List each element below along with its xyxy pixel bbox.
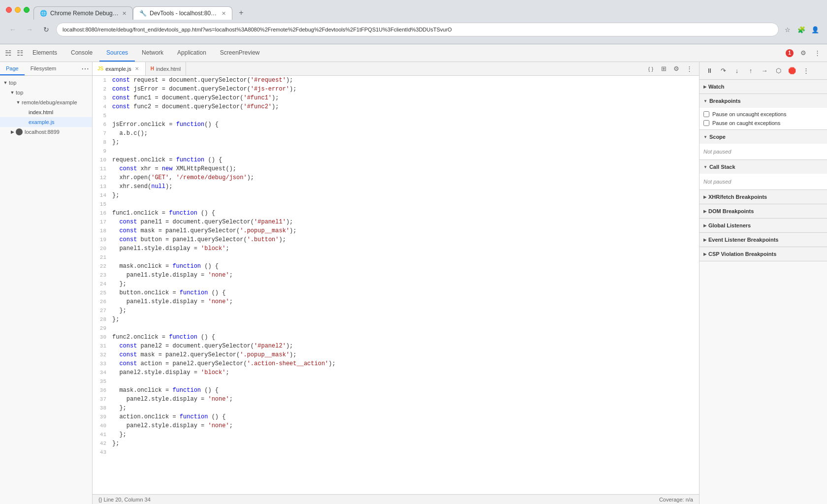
- code-line[interactable]: 2const jsError = document.querySelector(…: [93, 85, 699, 94]
- devtools-split-icon[interactable]: ☷: [14, 47, 26, 59]
- code-line[interactable]: 20 panel1.style.display = 'block';: [93, 244, 699, 253]
- browser-tab-2[interactable]: 🔧 DevTools - localhost:8080/rem ✕: [133, 6, 232, 20]
- code-line[interactable]: 32 const mask = panel2.querySelector('.p…: [93, 350, 699, 359]
- error-badge[interactable]: 1: [786, 49, 794, 57]
- tab1-close[interactable]: ✕: [122, 10, 127, 17]
- tab-elements[interactable]: Elements: [26, 44, 64, 62]
- dom-breakpoints-header[interactable]: ▶ DOM Breakpoints: [700, 204, 827, 218]
- code-line[interactable]: 30func2.onclick = function () {: [93, 333, 699, 342]
- step-out-btn[interactable]: ↑: [745, 65, 757, 77]
- code-line[interactable]: 33 const action = panel2.querySelector('…: [93, 359, 699, 368]
- settings-button[interactable]: ⚙: [797, 47, 809, 59]
- code-line[interactable]: 13 xhr.send(null);: [93, 182, 699, 191]
- step-into-btn[interactable]: ↓: [731, 65, 743, 77]
- code-line[interactable]: 11 const xhr = new XMLHttpRequest();: [93, 164, 699, 173]
- code-line[interactable]: 24 };: [93, 280, 699, 288]
- code-line[interactable]: 38 };: [93, 404, 699, 412]
- editor-tab-close-js[interactable]: ✕: [133, 65, 140, 72]
- tab-console[interactable]: Console: [64, 44, 99, 62]
- code-line[interactable]: 35: [93, 377, 699, 386]
- bookmark-button[interactable]: ☆: [782, 24, 794, 35]
- code-line[interactable]: 26 panel1.style.display = 'none';: [93, 297, 699, 306]
- csp-violation-header[interactable]: ▶ CSP Violation Breakpoints: [700, 247, 827, 261]
- watch-header[interactable]: ▶ Watch: [700, 80, 827, 94]
- tab-screenpanel[interactable]: ScreenPreview: [213, 44, 267, 62]
- code-line[interactable]: 40 panel2.style.display = 'none';: [93, 421, 699, 430]
- code-line[interactable]: 1const request = document.querySelector(…: [93, 76, 699, 85]
- breakpoints-header[interactable]: ▼ Breakpoints: [700, 94, 827, 108]
- editor-settings-icon[interactable]: ⚙: [670, 63, 682, 75]
- close-button[interactable]: [6, 7, 12, 13]
- scope-header[interactable]: ▼ Scope: [700, 130, 827, 144]
- code-line[interactable]: 15: [93, 200, 699, 209]
- code-line[interactable]: 7 a.b.c();: [93, 129, 699, 138]
- global-listeners-header[interactable]: ▶ Global Listeners: [700, 219, 827, 232]
- code-line[interactable]: 29: [93, 324, 699, 333]
- tree-item-localhost[interactable]: ▶ localhost:8899: [0, 127, 92, 137]
- profile-button[interactable]: 👤: [809, 24, 821, 35]
- code-line[interactable]: 37 panel2.style.display = 'none';: [93, 395, 699, 404]
- split-editor-icon[interactable]: ⊞: [658, 63, 669, 75]
- tree-item-example[interactable]: ▼ remote/debug/example: [0, 97, 92, 107]
- code-line[interactable]: 28};: [93, 315, 699, 324]
- code-editor-content[interactable]: 1const request = document.querySelector(…: [93, 76, 699, 494]
- code-line[interactable]: 27 };: [93, 306, 699, 315]
- reload-button[interactable]: ↻: [39, 23, 53, 36]
- tab-network[interactable]: Network: [135, 44, 170, 62]
- code-line[interactable]: 10request.onclick = function () {: [93, 156, 699, 164]
- pause-caught-checkbox[interactable]: [703, 120, 709, 126]
- editor-tab-example-js[interactable]: JS example.js ✕: [93, 62, 146, 75]
- more-editor-btn[interactable]: ⋮: [683, 63, 695, 75]
- extension-button[interactable]: 🧩: [795, 24, 807, 35]
- deactivate-breakpoints-btn[interactable]: ⬡: [772, 65, 784, 77]
- maximize-button[interactable]: [24, 7, 30, 13]
- code-line[interactable]: 9: [93, 147, 699, 156]
- code-line[interactable]: 4const func2 = document.querySelector('#…: [93, 102, 699, 111]
- code-line[interactable]: 25 button.onclick = function () {: [93, 288, 699, 297]
- tree-item-index-html[interactable]: index.html: [0, 107, 92, 117]
- browser-tab-1[interactable]: 🌐 Chrome Remote Debugger ✕: [33, 6, 133, 20]
- code-line[interactable]: 42};: [93, 439, 699, 448]
- forward-button[interactable]: →: [23, 23, 36, 36]
- tab-sources[interactable]: Sources: [99, 44, 135, 62]
- tree-item-example-js[interactable]: example.js: [0, 117, 92, 127]
- code-line[interactable]: 16func1.onclick = function () {: [93, 209, 699, 218]
- code-line[interactable]: 39 action.onclick = function () {: [93, 412, 699, 421]
- code-line[interactable]: 17 const panel1 = document.querySelector…: [93, 218, 699, 226]
- devtools-icon-left[interactable]: ☵: [2, 47, 14, 59]
- code-line[interactable]: 36 mask.onclick = function () {: [93, 386, 699, 395]
- xhr-breakpoints-header[interactable]: ▶ XHR/fetch Breakpoints: [700, 190, 827, 204]
- more-tools-button[interactable]: ⋮: [811, 47, 823, 59]
- file-tree-tab-filesystem[interactable]: Filesystem: [25, 62, 63, 75]
- pause-resume-btn[interactable]: ⏸: [703, 65, 715, 77]
- code-line[interactable]: 18 const mask = panel1.querySelector('.p…: [93, 226, 699, 235]
- minimize-button[interactable]: [15, 7, 21, 13]
- more-debug-options-btn[interactable]: ⋮: [800, 65, 812, 77]
- call-stack-header[interactable]: ▼ Call Stack: [700, 160, 827, 174]
- step-over-btn[interactable]: ↷: [717, 65, 729, 77]
- tab-application[interactable]: Application: [170, 44, 213, 62]
- code-line[interactable]: 3const func1 = document.querySelector('#…: [93, 94, 699, 102]
- pause-uncaught-checkbox[interactable]: [703, 111, 709, 117]
- format-icon[interactable]: { }: [645, 63, 657, 75]
- code-line[interactable]: 22 mask.onclick = function () {: [93, 262, 699, 271]
- toggle-pause-exceptions-btn[interactable]: 🛑: [786, 65, 798, 77]
- back-button[interactable]: ←: [6, 23, 20, 36]
- step-btn[interactable]: →: [759, 65, 770, 77]
- editor-tab-index-html[interactable]: H index.html: [146, 62, 186, 75]
- code-line[interactable]: 31 const panel2 = document.querySelector…: [93, 342, 699, 350]
- file-tree-more[interactable]: ⋯: [78, 62, 92, 75]
- event-listener-header[interactable]: ▶ Event Listener Breakpoints: [700, 233, 827, 247]
- code-line[interactable]: 23 panel1.style.display = 'none';: [93, 271, 699, 280]
- code-line[interactable]: 12 xhr.open('GET', '/remote/debug/json')…: [93, 173, 699, 182]
- code-line[interactable]: 41 };: [93, 430, 699, 439]
- code-line[interactable]: 5: [93, 111, 699, 120]
- code-line[interactable]: 6jsError.onclick = function() {: [93, 120, 699, 129]
- code-line[interactable]: 8};: [93, 138, 699, 147]
- code-line[interactable]: 21: [93, 253, 699, 262]
- file-tree-tab-page[interactable]: Page: [0, 62, 25, 75]
- tab2-close[interactable]: ✕: [222, 10, 226, 17]
- code-line[interactable]: 43: [93, 448, 699, 457]
- new-tab-button[interactable]: +: [234, 6, 248, 20]
- address-bar[interactable]: localhost:8080/remote/debug/front_end/de…: [56, 23, 779, 36]
